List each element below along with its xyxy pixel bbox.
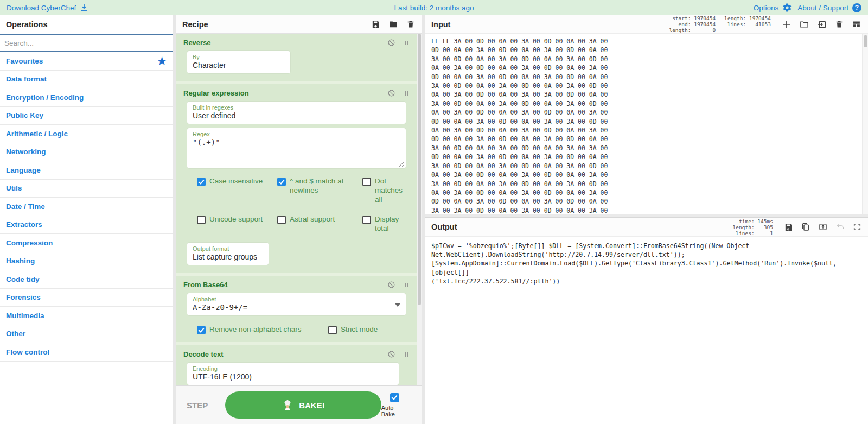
sidebar-item-encryption-encoding[interactable]: Encryption / Encoding	[0, 88, 173, 107]
checkbox-label: Astral support	[290, 215, 335, 224]
search-input[interactable]	[4, 39, 168, 47]
arg-value: User defined	[193, 111, 400, 120]
operations-panel-title: Operations	[0, 15, 173, 34]
replace-input-with-output-icon[interactable]	[818, 222, 828, 232]
recipe-op-reverse[interactable]: Reverse By Character	[176, 34, 417, 81]
bake-button[interactable]: BAKE!	[225, 391, 381, 419]
arg-value: UTF-16LE (1200)	[193, 372, 393, 381]
sidebar-item-forensics[interactable]: Forensics	[0, 289, 173, 307]
breakpoint-pause-icon[interactable]	[403, 39, 410, 47]
category-label: Public Key	[6, 111, 43, 119]
breakpoint-pause-icon[interactable]	[403, 281, 410, 289]
sidebar-item-extractors[interactable]: Extractors	[0, 216, 173, 235]
sidebar-item-networking[interactable]: Networking	[0, 143, 173, 162]
sidebar-item-favourites[interactable]: Favourites ★	[0, 52, 173, 71]
checkbox-label: Strict mode	[341, 325, 378, 334]
arg-label: Built in regexes	[193, 104, 400, 111]
checkbox-case-insensitive[interactable]: Case insensitive	[197, 177, 277, 205]
pane-layout-icon[interactable]	[851, 20, 861, 29]
options-link[interactable]: Options	[754, 3, 793, 12]
checkbox-display-total[interactable]: Display total	[362, 215, 410, 233]
checkbox-match-newlines[interactable]: ^ and $ match at newlines	[277, 177, 362, 205]
disable-op-icon[interactable]	[387, 39, 395, 47]
sidebar-item-compression[interactable]: Compression	[0, 234, 173, 252]
checkbox-strict-mode[interactable]: Strict mode	[328, 325, 410, 334]
recipe-op-decode-text[interactable]: Decode text Encoding UTF-16LE (1200)	[176, 345, 417, 385]
checkbox-checked-icon	[390, 393, 399, 402]
load-recipe-folder-icon[interactable]	[388, 20, 398, 29]
arg-value: A-Za-z0-9+/=	[193, 303, 400, 312]
input-scrollbar[interactable]	[862, 34, 868, 214]
checkbox-label: Unicode support	[209, 215, 263, 224]
sidebar-item-data-format[interactable]: Data format	[0, 71, 173, 89]
op-title: Decode text	[183, 350, 387, 358]
recipe-op-regular-expression[interactable]: Regular expression Built in regexes User…	[176, 84, 417, 273]
checkbox-label: Display total	[375, 215, 405, 233]
breakpoint-pause-icon[interactable]	[403, 90, 410, 97]
input-output-divider[interactable]	[425, 214, 868, 218]
sidebar-item-flow-control[interactable]: Flow control	[0, 343, 173, 362]
clear-recipe-trash-icon[interactable]	[406, 20, 415, 29]
resize-handle[interactable]	[399, 161, 404, 167]
star-icon[interactable]: ★	[157, 56, 167, 66]
scrollbar-thumb[interactable]	[418, 34, 421, 305]
sidebar-item-utils[interactable]: Utils	[0, 180, 173, 198]
maximize-output-icon[interactable]	[853, 223, 861, 231]
arg-value: "(.+)"	[193, 138, 400, 147]
checkbox-checked-icon	[197, 178, 206, 186]
category-label: Hashing	[6, 257, 35, 265]
checkbox-label: Dot matches all	[375, 177, 405, 205]
checkbox-unicode-support[interactable]: Unicode support	[197, 215, 277, 233]
sidebar-item-public-key[interactable]: Public Key	[0, 107, 173, 125]
checkbox-dot-matches-all[interactable]: Dot matches all	[362, 177, 410, 205]
breakpoint-pause-icon[interactable]	[403, 351, 410, 358]
builtin-regexes-select[interactable]: Built in regexes User defined	[187, 102, 406, 124]
step-button[interactable]: STEP	[183, 395, 211, 415]
sidebar-item-code-tidy[interactable]: Code tidy	[0, 270, 173, 289]
output-code-content: $pICwv = '%obzequio%';[Byte[]] $DLL = [S…	[431, 242, 860, 286]
save-recipe-icon[interactable]	[371, 20, 380, 29]
checkbox-astral-support[interactable]: Astral support	[277, 215, 362, 233]
category-label: Code tidy	[6, 275, 40, 283]
open-folder-icon[interactable]	[799, 20, 809, 29]
download-cyberchef-link[interactable]: Download CyberChef	[7, 3, 88, 12]
operations-panel: Operations Favourites ★ Data format Encr…	[0, 15, 173, 424]
bake-footer: STEP BAKE! Auto Bake	[176, 385, 422, 424]
sidebar-item-other[interactable]: Other	[0, 325, 173, 344]
auto-bake-toggle[interactable]: Auto Bake	[381, 393, 409, 417]
category-label: Data format	[6, 75, 47, 83]
regex-textarea[interactable]: Regex "(.+)"	[187, 128, 406, 168]
checkbox-unchecked-icon	[277, 216, 286, 224]
scrollbar-thumb[interactable]	[864, 35, 867, 47]
reverse-by-select[interactable]: By Character	[187, 51, 290, 73]
clear-input-trash-icon[interactable]	[835, 20, 844, 29]
sidebar-item-arithmetic-logic[interactable]: Arithmetic / Logic	[0, 125, 173, 143]
alphabet-select[interactable]: Alphabet A-Za-z0-9+/=	[187, 293, 406, 315]
sidebar-item-date-time[interactable]: Date / Time	[0, 198, 173, 216]
input-hex-content[interactable]: FF FE 3A 00 0D 00 0A 00 3A 00 0D 00 0A 0…	[431, 37, 860, 214]
category-label: Compression	[6, 239, 53, 247]
category-label: Favourites	[6, 57, 43, 65]
sidebar-item-hashing[interactable]: Hashing	[0, 252, 173, 271]
about-support-link[interactable]: About / Support ?	[797, 3, 861, 12]
recipe-scrollbar[interactable]	[417, 34, 422, 385]
add-input-tab-icon[interactable]	[782, 20, 792, 29]
undo-icon[interactable]	[835, 223, 845, 231]
sidebar-item-multimedia[interactable]: Multimedia	[0, 307, 173, 325]
open-file-icon[interactable]	[817, 20, 827, 29]
output-header: Output time: 145ms length: 305 lines: 1	[425, 218, 868, 237]
input-editor[interactable]: FF FE 3A 00 0D 00 0A 00 3A 00 0D 00 0A 0…	[425, 34, 868, 214]
checkbox-remove-non-alphabet[interactable]: Remove non-alphabet chars	[197, 325, 328, 334]
encoding-select[interactable]: Encoding UTF-16LE (1200)	[187, 363, 399, 385]
disable-op-icon[interactable]	[387, 281, 395, 289]
output-format-select[interactable]: Output format List capture groups	[187, 243, 269, 265]
op-title: Regular expression	[183, 89, 387, 97]
recipe-panel: Recipe Reverse	[176, 15, 422, 424]
save-output-icon[interactable]	[784, 223, 793, 232]
disable-op-icon[interactable]	[387, 89, 395, 97]
copy-output-icon[interactable]	[801, 222, 810, 232]
recipe-op-from-base64[interactable]: From Base64 Alphabet A-Za-z0-9+/=	[176, 276, 417, 342]
top-banner: Download CyberChef Last build: 2 months …	[0, 0, 868, 15]
sidebar-item-language[interactable]: Language	[0, 161, 173, 180]
disable-op-icon[interactable]	[387, 350, 395, 358]
